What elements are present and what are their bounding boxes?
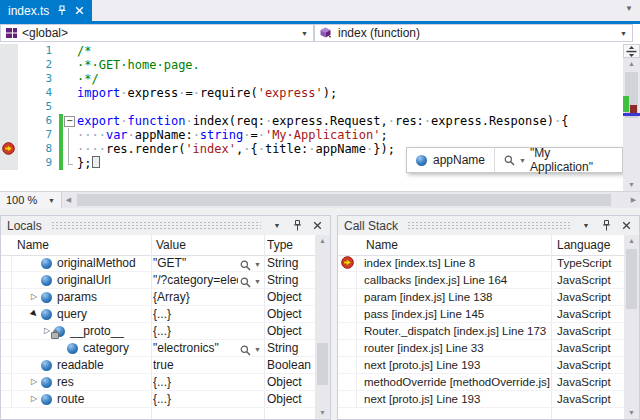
locals-row[interactable]: readabletrueBoolean [1, 357, 315, 374]
pin-icon[interactable] [57, 5, 67, 16]
column-header-name[interactable]: Name [366, 235, 398, 255]
visualizer-dropdown-icon[interactable] [519, 157, 526, 164]
locals-row[interactable]: ▷res{...}Object [1, 374, 315, 391]
code-text[interactable]: ·*/ [77, 72, 623, 86]
locals-title-bar[interactable]: Locals [1, 216, 330, 235]
code-line[interactable]: 6−export·function·index(req:·express.Req… [0, 114, 623, 128]
column-header-value[interactable]: Value [156, 235, 186, 255]
scroll-up-icon[interactable] [624, 235, 639, 247]
breakpoint-margin[interactable] [0, 44, 18, 58]
chevron-down-icon[interactable] [620, 30, 627, 37]
debugger-datatip[interactable]: appName "My Application" [406, 147, 623, 173]
magnifier-icon[interactable] [240, 260, 251, 271]
member-dropdown[interactable]: index (function) [314, 24, 633, 42]
scroll-left-icon[interactable] [62, 196, 75, 204]
split-editor-handle[interactable] [623, 44, 640, 58]
scroll-down-icon[interactable] [624, 407, 639, 419]
breakpoint-margin[interactable] [0, 128, 18, 142]
magnifier-icon[interactable] [504, 155, 515, 166]
outline-margin[interactable] [63, 44, 77, 58]
code-line[interactable]: 7····var·appName:·string·=·'My·Applicati… [0, 128, 623, 142]
locals-scrollbar[interactable] [315, 235, 330, 419]
breakpoint-margin[interactable] [0, 114, 18, 128]
locals-row[interactable]: ▷route{...}Object [1, 391, 315, 408]
close-icon[interactable] [310, 221, 324, 230]
pin-icon[interactable] [290, 220, 304, 231]
locals-row[interactable]: ▷params{Array}Object [1, 289, 315, 306]
title-drag-grip[interactable] [407, 221, 570, 230]
horizontal-scroll-track[interactable] [75, 192, 627, 208]
editor-vertical-scrollbar[interactable] [623, 44, 640, 191]
call-stack-frame[interactable]: next [proto.js] Line 193JavaScript [338, 357, 624, 374]
call-stack-title-bar[interactable]: Call Stack [338, 216, 639, 235]
call-stack-frame[interactable]: callbacks [index.js] Line 164JavaScript [338, 272, 624, 289]
code-editor[interactable]: 1/*2·*·GET·home·page.3·*/4import·express… [0, 44, 623, 191]
outline-margin[interactable] [63, 86, 77, 100]
scroll-down-icon[interactable] [315, 407, 330, 419]
code-line[interactable]: 1/* [0, 44, 623, 58]
outline-margin[interactable] [63, 156, 77, 170]
magnifier-dropdown[interactable] [240, 274, 261, 290]
locals-row[interactable]: ▶query{...}Object [1, 306, 315, 323]
zoom-level-dropdown[interactable]: 100 % [0, 192, 62, 208]
breakpoint-margin[interactable] [0, 58, 18, 72]
scroll-thumb[interactable] [317, 343, 328, 385]
locals-row[interactable]: category"electronics"String [1, 340, 315, 357]
breakpoint-margin[interactable] [0, 72, 18, 86]
horizontal-scroll-thumb[interactable] [77, 194, 611, 206]
chevron-down-icon[interactable] [254, 257, 261, 273]
expand-icon[interactable]: ▷ [27, 374, 41, 390]
locals-row[interactable]: ▷__proto__{...}Object [1, 323, 315, 340]
chevron-down-icon[interactable] [301, 30, 308, 37]
scroll-up-icon[interactable] [315, 235, 330, 247]
call-stack-frame[interactable]: pass [index.js] Line 145JavaScript [338, 306, 624, 323]
breakpoint-margin[interactable] [0, 142, 18, 156]
call-stack-frame[interactable]: methodOverride [methodOverride.js]JavaSc… [338, 374, 624, 391]
expand-icon[interactable]: ▷ [27, 289, 41, 305]
code-text[interactable]: ·*·GET·home·page. [77, 58, 623, 72]
window-position-icon[interactable] [270, 222, 284, 229]
code-line[interactable]: 5 [0, 100, 623, 114]
call-stack-scrollbar[interactable] [624, 235, 639, 419]
outline-margin[interactable] [63, 72, 77, 86]
column-header-language[interactable]: Language [557, 235, 610, 255]
breakpoint-margin[interactable] [0, 156, 18, 170]
scroll-up-icon[interactable] [623, 58, 640, 70]
close-icon[interactable] [619, 221, 633, 230]
breakpoint-margin[interactable] [0, 86, 18, 100]
pin-icon[interactable] [599, 220, 613, 231]
outline-margin[interactable] [63, 58, 77, 72]
call-stack-frame[interactable]: index [index.ts] Line 8TypeScript [338, 255, 624, 272]
column-header-name[interactable]: Name [17, 235, 49, 255]
outline-margin[interactable]: − [63, 114, 77, 128]
locals-row[interactable]: originalMethod"GET"String [1, 255, 315, 272]
window-position-icon[interactable] [579, 222, 593, 229]
scroll-right-icon[interactable] [627, 196, 640, 204]
outline-margin[interactable] [63, 142, 77, 156]
outline-margin[interactable] [63, 100, 77, 114]
code-text[interactable]: export·function·index(req:·express.Reque… [77, 114, 623, 128]
code-line[interactable]: 3·*/ [0, 72, 623, 86]
chevron-down-icon[interactable] [48, 197, 55, 204]
locals-row[interactable]: originalUrl"/?category=electronics"Strin… [1, 272, 315, 289]
call-stack-column-headers[interactable]: Name Language [338, 235, 639, 256]
scroll-down-icon[interactable] [623, 179, 640, 191]
breakpoint-margin[interactable] [0, 100, 18, 114]
outline-margin[interactable] [63, 128, 77, 142]
expand-icon[interactable]: ▷ [27, 391, 41, 407]
locals-column-headers[interactable]: Name Value Type [1, 235, 330, 256]
call-stack-frame[interactable]: router [index.js] Line 33JavaScript [338, 340, 624, 357]
code-text[interactable]: /* [77, 44, 623, 58]
scope-dropdown[interactable]: <global> [0, 24, 314, 42]
code-line[interactable]: 2·*·GET·home·page. [0, 58, 623, 72]
chevron-down-icon[interactable] [254, 274, 261, 290]
scroll-thumb[interactable] [626, 249, 637, 309]
chevron-down-icon[interactable] [254, 342, 261, 358]
tab-index-ts[interactable]: index.ts [0, 0, 92, 21]
title-drag-grip[interactable] [51, 221, 261, 230]
code-text[interactable]: ····var·appName:·string·=·'My·Applicatio… [77, 128, 623, 142]
call-stack-frame[interactable]: Router._dispatch [index.js] Line 173Java… [338, 323, 624, 340]
magnifier-dropdown[interactable] [240, 342, 261, 358]
close-icon[interactable] [75, 6, 84, 15]
call-stack-frame[interactable]: param [index.js] Line 138JavaScript [338, 289, 624, 306]
